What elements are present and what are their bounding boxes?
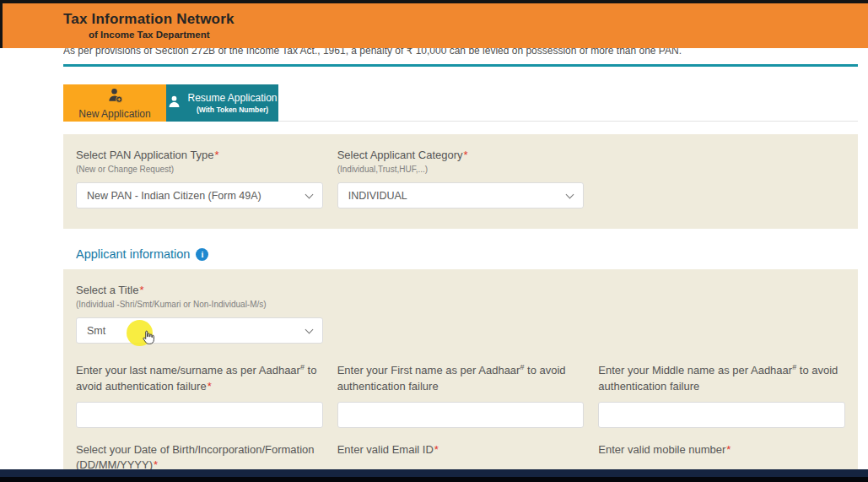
last-name-label: Enter your last name/surname as per Aadh…: [76, 360, 323, 394]
applicant-category-field: Select Applicant Category* (Individual,T…: [337, 149, 585, 209]
title-field: Select a Title* (Individual -Shri/Smt/Ku…: [76, 284, 323, 344]
application-type-label: Select PAN Application Type*: [76, 149, 323, 161]
person-icon: [167, 95, 181, 112]
bottom-dark-bar: [0, 469, 868, 482]
tab-resume-application-label: Resume Application: [187, 92, 277, 104]
chevron-down-icon: [305, 325, 313, 333]
site-header: Tax Information Network of Income Tax De…: [0, 3, 868, 48]
middle-name-field: Enter your Middle name as per Aadhaar# t…: [598, 360, 845, 428]
application-type-hint: (New or Change Request): [76, 165, 323, 174]
email-label: Enter valid Email ID*: [337, 442, 585, 473]
applicant-category-label: Select Applicant Category*: [337, 149, 585, 161]
applicant-information-heading-row: Applicant information i: [63, 247, 858, 261]
last-name-input[interactable]: [76, 402, 323, 428]
chevron-down-icon: [566, 190, 574, 198]
applicant-category-value: INDIVIDUAL: [348, 190, 407, 202]
application-type-select[interactable]: New PAN - Indian Citizen (Form 49A): [76, 182, 323, 209]
title-value: Smt: [87, 325, 105, 337]
hand-cursor-icon: [141, 329, 155, 349]
penalty-notice: As per provisions of Section 272B of the…: [63, 48, 858, 57]
application-type-field: Select PAN Application Type* (New or Cha…: [76, 149, 323, 209]
applicant-category-select[interactable]: INDIVIDUAL: [337, 182, 585, 209]
application-tabs: New Application Resume Application (With…: [63, 84, 858, 122]
required-asterisk: *: [464, 149, 468, 161]
teal-divider: [63, 64, 858, 67]
required-asterisk: *: [215, 149, 219, 161]
middle-name-input[interactable]: [598, 402, 845, 428]
first-name-label: Enter your First name as per Aadhaar# to…: [337, 360, 585, 394]
application-type-value: New PAN - Indian Citizen (Form 49A): [87, 190, 261, 202]
person-add-icon: [107, 87, 123, 106]
site-title: Tax Information Network: [63, 11, 868, 28]
info-icon[interactable]: i: [196, 248, 208, 261]
title-hint: (Individual -Shri/Smt/Kumari or Non-Indi…: [76, 300, 323, 309]
title-select[interactable]: Smt: [76, 317, 323, 344]
penalty-notice-wrap: As per provisions of Section 272B of the…: [63, 48, 858, 58]
required-asterisk: *: [208, 380, 212, 393]
dob-label: Select your Date of Birth/Incorporation/…: [76, 442, 323, 473]
chevron-down-icon: [305, 190, 313, 198]
application-type-panel: Select PAN Application Type* (New or Cha…: [63, 134, 858, 229]
mobile-label: Enter valid mobile number*: [598, 442, 845, 473]
last-name-field: Enter your last name/surname as per Aadh…: [76, 360, 323, 428]
applicant-information-heading: Applicant information: [76, 247, 190, 261]
required-asterisk: *: [434, 443, 439, 456]
required-asterisk: *: [139, 284, 143, 296]
tab-resume-application[interactable]: Resume Application (With Token Number): [166, 84, 278, 122]
middle-name-label: Enter your Middle name as per Aadhaar# t…: [598, 360, 845, 394]
tab-new-application-label: New Application: [78, 108, 150, 120]
first-name-field: Enter your First name as per Aadhaar# to…: [337, 360, 585, 428]
tab-resume-application-sublabel: (With Token Number): [197, 106, 268, 114]
site-subtitle: of Income Tax Department: [89, 30, 868, 40]
first-name-input[interactable]: [337, 402, 585, 428]
applicant-category-hint: (Individual,Trust,HUF,...): [337, 165, 585, 174]
title-label: Select a Title*: [76, 284, 323, 296]
applicant-information-panel: Select a Title* (Individual -Shri/Smt/Ku…: [63, 269, 858, 482]
required-asterisk: *: [726, 443, 731, 456]
tab-new-application[interactable]: New Application: [63, 84, 166, 122]
